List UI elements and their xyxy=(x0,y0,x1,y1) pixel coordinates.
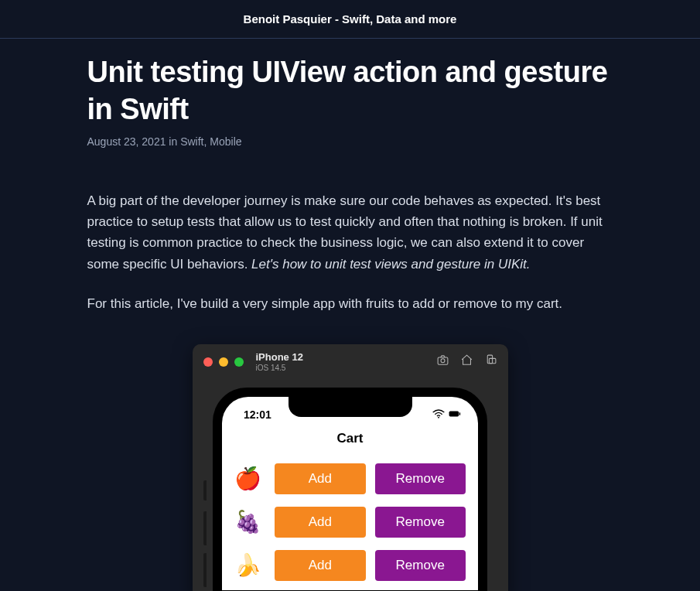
screenshot-figure: iPhone 12 iOS 14.5 xyxy=(87,333,613,591)
remove-button[interactable]: Remove xyxy=(375,463,466,494)
site-header: Benoit Pasquier - Swift, Data and more xyxy=(0,0,700,39)
simulator-title-block: iPhone 12 iOS 14.5 xyxy=(256,352,303,371)
status-indicators xyxy=(432,408,461,421)
simulator-device-name: iPhone 12 xyxy=(256,352,303,363)
phone-side-button xyxy=(203,553,207,587)
remove-button[interactable]: Remove xyxy=(375,550,466,581)
article-content: Unit testing UIView action and gesture i… xyxy=(87,39,613,591)
simulator-titlebar: iPhone 12 iOS 14.5 xyxy=(193,344,508,380)
simulator-toolbar xyxy=(436,354,497,370)
paragraph-2: For this article, I've build a very simp… xyxy=(87,293,613,314)
status-time: 12:01 xyxy=(244,408,271,421)
meta-in: in xyxy=(166,135,180,148)
article-body: A big part of the developer journey is m… xyxy=(87,190,613,314)
page-title: Unit testing UIView action and gesture i… xyxy=(87,54,613,128)
phone-side-button xyxy=(203,511,207,545)
paragraph-1: A big part of the developer journey is m… xyxy=(87,190,613,275)
rotate-icon[interactable] xyxy=(484,354,497,370)
close-icon[interactable] xyxy=(203,357,213,367)
window-controls xyxy=(203,357,244,367)
screenshot-icon[interactable] xyxy=(436,354,449,370)
fruit-icon: 🍇 xyxy=(234,509,265,535)
list-item: 🍌 Add Remove xyxy=(234,544,466,587)
site-title[interactable]: Benoit Pasquier - Swift, Data and more xyxy=(244,12,457,26)
cart-list: 🍎 Add Remove 🍇 Add Remove 🍌 xyxy=(222,457,478,587)
simulator-window: iPhone 12 iOS 14.5 xyxy=(193,344,508,591)
fruit-icon: 🍌 xyxy=(234,552,265,578)
maximize-icon[interactable] xyxy=(234,357,244,367)
minimize-icon[interactable] xyxy=(219,357,228,367)
svg-point-4 xyxy=(438,417,439,418)
simulator-os-version: iOS 14.5 xyxy=(256,364,303,372)
phone-notch xyxy=(289,397,412,417)
add-button[interactable]: Add xyxy=(275,507,366,538)
list-item: 🍎 Add Remove xyxy=(234,457,466,500)
phone-area: 12:01 Cart xyxy=(193,380,508,591)
paragraph-1-emphasis: Let's how to unit test views and gesture… xyxy=(251,257,530,272)
svg-rect-2 xyxy=(487,356,492,364)
battery-icon xyxy=(449,408,461,421)
fruit-icon: 🍎 xyxy=(234,466,265,491)
home-icon[interactable] xyxy=(460,354,473,370)
phone-frame: 12:01 Cart xyxy=(213,388,487,591)
add-button[interactable]: Add xyxy=(275,463,366,494)
wifi-icon xyxy=(432,408,445,421)
tag-swift[interactable]: Swift xyxy=(180,135,203,148)
svg-rect-5 xyxy=(449,412,459,417)
phone-screen: 12:01 Cart xyxy=(222,397,478,590)
article-date: August 23, 2021 xyxy=(87,135,166,148)
article-meta: August 23, 2021 in Swift, Mobile xyxy=(87,135,613,148)
screen-title: Cart xyxy=(222,428,478,457)
tag-mobile[interactable]: Mobile xyxy=(210,135,241,148)
svg-rect-6 xyxy=(459,412,460,415)
add-button[interactable]: Add xyxy=(275,550,366,581)
svg-point-1 xyxy=(441,359,445,363)
remove-button[interactable]: Remove xyxy=(375,507,466,538)
list-item: 🍇 Add Remove xyxy=(234,500,466,544)
phone-side-button xyxy=(203,480,207,500)
